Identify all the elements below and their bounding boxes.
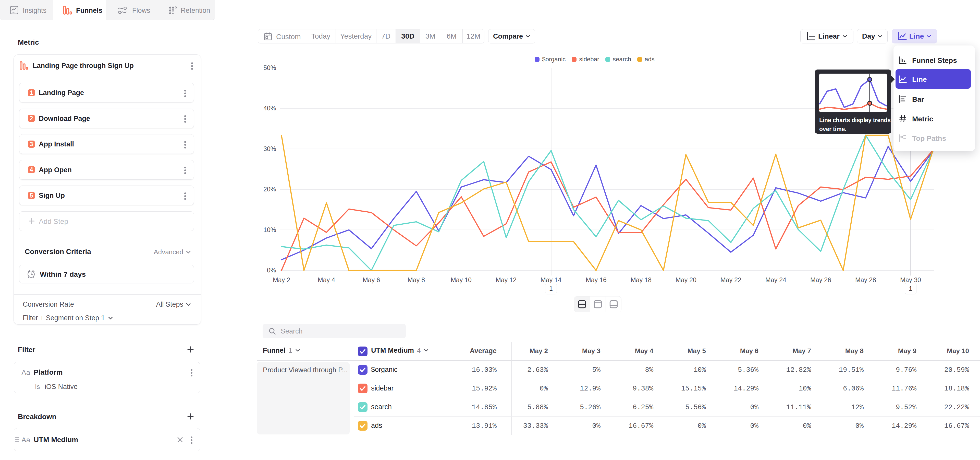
svg-text:0%: 0% bbox=[267, 267, 276, 274]
svg-text:May 24: May 24 bbox=[765, 276, 786, 283]
svg-text:May 6: May 6 bbox=[363, 276, 380, 283]
svg-text:May 20: May 20 bbox=[676, 276, 697, 283]
svg-text:May 16: May 16 bbox=[586, 276, 607, 283]
svg-text:May 22: May 22 bbox=[721, 276, 741, 283]
svg-text:20%: 20% bbox=[263, 185, 276, 193]
svg-text:May 12: May 12 bbox=[496, 276, 517, 283]
svg-text:40%: 40% bbox=[263, 104, 276, 112]
svg-text:May 4: May 4 bbox=[318, 276, 335, 283]
svg-text:May 14: May 14 bbox=[541, 276, 562, 283]
svg-text:May 2: May 2 bbox=[273, 276, 290, 283]
svg-text:May 18: May 18 bbox=[631, 276, 652, 283]
svg-text:May 8: May 8 bbox=[407, 276, 425, 283]
svg-text:10%: 10% bbox=[263, 226, 276, 233]
svg-text:50%: 50% bbox=[263, 64, 276, 71]
svg-text:May 26: May 26 bbox=[810, 276, 831, 283]
svg-text:May 10: May 10 bbox=[451, 276, 472, 283]
svg-text:30%: 30% bbox=[263, 145, 276, 152]
svg-text:May 28: May 28 bbox=[855, 276, 876, 283]
svg-text:May 30: May 30 bbox=[900, 276, 921, 283]
